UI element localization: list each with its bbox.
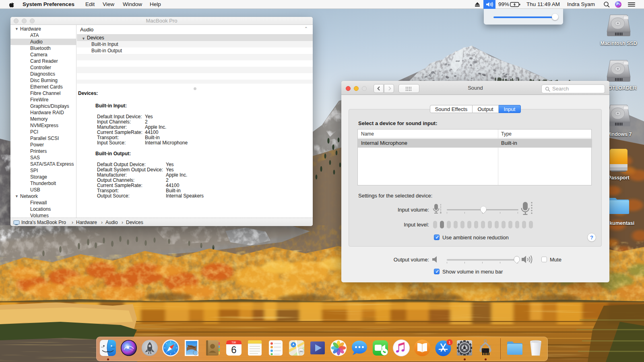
svg-text:1: 1 — [448, 340, 450, 344]
svg-text:555: 555 — [484, 350, 487, 352]
svg-text:6: 6 — [231, 344, 236, 355]
svg-text:280: 280 — [299, 350, 303, 353]
svg-text:TIR: TIR — [231, 341, 236, 344]
